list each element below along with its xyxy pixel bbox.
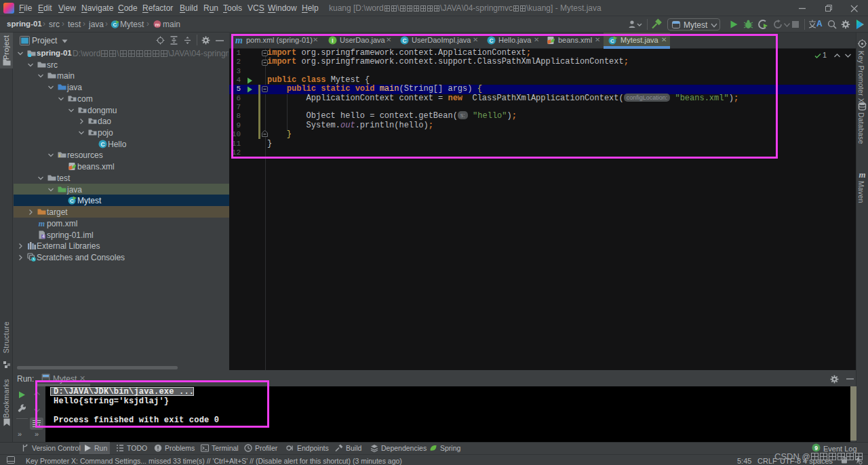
svg-text:C: C bbox=[100, 141, 104, 148]
svg-text:m: m bbox=[39, 219, 45, 228]
svg-text:9: 9 bbox=[814, 445, 818, 451]
svg-text:m: m bbox=[155, 22, 159, 28]
svg-text:4: 4 bbox=[42, 234, 45, 239]
svg-text:m: m bbox=[859, 169, 865, 179]
